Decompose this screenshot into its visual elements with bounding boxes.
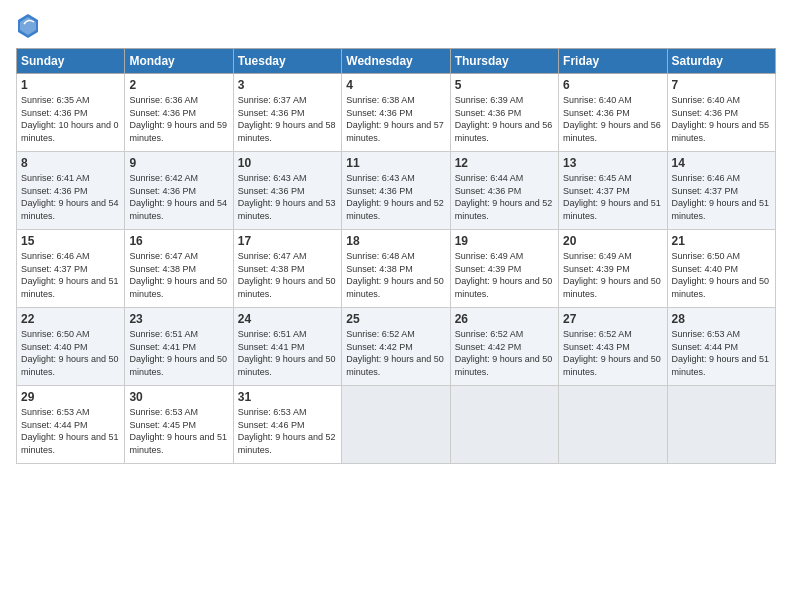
calendar-cell: 6 Sunrise: 6:40 AMSunset: 4:36 PMDayligh… (559, 74, 667, 152)
calendar-cell (559, 386, 667, 464)
day-number: 22 (21, 312, 120, 326)
calendar-cell: 29 Sunrise: 6:53 AMSunset: 4:44 PMDaylig… (17, 386, 125, 464)
day-number: 26 (455, 312, 554, 326)
calendar-header-tuesday: Tuesday (233, 49, 341, 74)
calendar-cell: 10 Sunrise: 6:43 AMSunset: 4:36 PMDaylig… (233, 152, 341, 230)
day-number: 15 (21, 234, 120, 248)
day-detail: Sunrise: 6:40 AMSunset: 4:36 PMDaylight:… (672, 95, 770, 143)
day-detail: Sunrise: 6:41 AMSunset: 4:36 PMDaylight:… (21, 173, 119, 221)
day-detail: Sunrise: 6:44 AMSunset: 4:36 PMDaylight:… (455, 173, 553, 221)
day-detail: Sunrise: 6:50 AMSunset: 4:40 PMDaylight:… (21, 329, 119, 377)
calendar-cell: 1 Sunrise: 6:35 AMSunset: 4:36 PMDayligh… (17, 74, 125, 152)
calendar-header-wednesday: Wednesday (342, 49, 450, 74)
day-detail: Sunrise: 6:51 AMSunset: 4:41 PMDaylight:… (238, 329, 336, 377)
day-number: 8 (21, 156, 120, 170)
page-container: SundayMondayTuesdayWednesdayThursdayFrid… (0, 0, 792, 612)
calendar-week-row: 22 Sunrise: 6:50 AMSunset: 4:40 PMDaylig… (17, 308, 776, 386)
calendar-week-row: 29 Sunrise: 6:53 AMSunset: 4:44 PMDaylig… (17, 386, 776, 464)
day-number: 17 (238, 234, 337, 248)
day-number: 6 (563, 78, 662, 92)
calendar-cell: 15 Sunrise: 6:46 AMSunset: 4:37 PMDaylig… (17, 230, 125, 308)
day-detail: Sunrise: 6:53 AMSunset: 4:46 PMDaylight:… (238, 407, 336, 455)
day-detail: Sunrise: 6:40 AMSunset: 4:36 PMDaylight:… (563, 95, 661, 143)
day-detail: Sunrise: 6:52 AMSunset: 4:42 PMDaylight:… (455, 329, 553, 377)
day-number: 19 (455, 234, 554, 248)
calendar-cell: 16 Sunrise: 6:47 AMSunset: 4:38 PMDaylig… (125, 230, 233, 308)
day-detail: Sunrise: 6:46 AMSunset: 4:37 PMDaylight:… (672, 173, 770, 221)
calendar-cell: 8 Sunrise: 6:41 AMSunset: 4:36 PMDayligh… (17, 152, 125, 230)
day-detail: Sunrise: 6:46 AMSunset: 4:37 PMDaylight:… (21, 251, 119, 299)
calendar-header-row: SundayMondayTuesdayWednesdayThursdayFrid… (17, 49, 776, 74)
day-detail: Sunrise: 6:48 AMSunset: 4:38 PMDaylight:… (346, 251, 444, 299)
calendar-cell (450, 386, 558, 464)
day-number: 4 (346, 78, 445, 92)
calendar-cell: 9 Sunrise: 6:42 AMSunset: 4:36 PMDayligh… (125, 152, 233, 230)
day-detail: Sunrise: 6:43 AMSunset: 4:36 PMDaylight:… (238, 173, 336, 221)
calendar-cell: 11 Sunrise: 6:43 AMSunset: 4:36 PMDaylig… (342, 152, 450, 230)
day-detail: Sunrise: 6:37 AMSunset: 4:36 PMDaylight:… (238, 95, 336, 143)
calendar-cell: 14 Sunrise: 6:46 AMSunset: 4:37 PMDaylig… (667, 152, 775, 230)
calendar-cell: 17 Sunrise: 6:47 AMSunset: 4:38 PMDaylig… (233, 230, 341, 308)
day-number: 16 (129, 234, 228, 248)
day-number: 1 (21, 78, 120, 92)
calendar-cell: 13 Sunrise: 6:45 AMSunset: 4:37 PMDaylig… (559, 152, 667, 230)
calendar-cell: 21 Sunrise: 6:50 AMSunset: 4:40 PMDaylig… (667, 230, 775, 308)
calendar-cell: 19 Sunrise: 6:49 AMSunset: 4:39 PMDaylig… (450, 230, 558, 308)
day-detail: Sunrise: 6:49 AMSunset: 4:39 PMDaylight:… (455, 251, 553, 299)
day-number: 5 (455, 78, 554, 92)
day-detail: Sunrise: 6:36 AMSunset: 4:36 PMDaylight:… (129, 95, 227, 143)
day-number: 14 (672, 156, 771, 170)
day-detail: Sunrise: 6:53 AMSunset: 4:45 PMDaylight:… (129, 407, 227, 455)
day-number: 9 (129, 156, 228, 170)
calendar-cell: 20 Sunrise: 6:49 AMSunset: 4:39 PMDaylig… (559, 230, 667, 308)
day-number: 30 (129, 390, 228, 404)
calendar-header-saturday: Saturday (667, 49, 775, 74)
day-number: 7 (672, 78, 771, 92)
calendar-cell: 25 Sunrise: 6:52 AMSunset: 4:42 PMDaylig… (342, 308, 450, 386)
calendar-week-row: 1 Sunrise: 6:35 AMSunset: 4:36 PMDayligh… (17, 74, 776, 152)
day-detail: Sunrise: 6:47 AMSunset: 4:38 PMDaylight:… (129, 251, 227, 299)
day-detail: Sunrise: 6:53 AMSunset: 4:44 PMDaylight:… (672, 329, 770, 377)
day-detail: Sunrise: 6:38 AMSunset: 4:36 PMDaylight:… (346, 95, 444, 143)
day-detail: Sunrise: 6:50 AMSunset: 4:40 PMDaylight:… (672, 251, 770, 299)
day-detail: Sunrise: 6:52 AMSunset: 4:43 PMDaylight:… (563, 329, 661, 377)
day-number: 2 (129, 78, 228, 92)
calendar-cell: 18 Sunrise: 6:48 AMSunset: 4:38 PMDaylig… (342, 230, 450, 308)
calendar-week-row: 8 Sunrise: 6:41 AMSunset: 4:36 PMDayligh… (17, 152, 776, 230)
day-detail: Sunrise: 6:47 AMSunset: 4:38 PMDaylight:… (238, 251, 336, 299)
day-number: 11 (346, 156, 445, 170)
calendar-cell: 12 Sunrise: 6:44 AMSunset: 4:36 PMDaylig… (450, 152, 558, 230)
day-detail: Sunrise: 6:49 AMSunset: 4:39 PMDaylight:… (563, 251, 661, 299)
calendar-cell (342, 386, 450, 464)
day-number: 29 (21, 390, 120, 404)
day-detail: Sunrise: 6:39 AMSunset: 4:36 PMDaylight:… (455, 95, 553, 143)
day-number: 3 (238, 78, 337, 92)
day-number: 23 (129, 312, 228, 326)
calendar-header-sunday: Sunday (17, 49, 125, 74)
calendar-header-thursday: Thursday (450, 49, 558, 74)
day-number: 28 (672, 312, 771, 326)
logo-icon (16, 12, 40, 40)
day-number: 21 (672, 234, 771, 248)
day-number: 20 (563, 234, 662, 248)
calendar-cell: 23 Sunrise: 6:51 AMSunset: 4:41 PMDaylig… (125, 308, 233, 386)
calendar-cell: 26 Sunrise: 6:52 AMSunset: 4:42 PMDaylig… (450, 308, 558, 386)
calendar-table: SundayMondayTuesdayWednesdayThursdayFrid… (16, 48, 776, 464)
calendar-cell: 30 Sunrise: 6:53 AMSunset: 4:45 PMDaylig… (125, 386, 233, 464)
day-detail: Sunrise: 6:51 AMSunset: 4:41 PMDaylight:… (129, 329, 227, 377)
calendar-header-friday: Friday (559, 49, 667, 74)
calendar-cell: 7 Sunrise: 6:40 AMSunset: 4:36 PMDayligh… (667, 74, 775, 152)
calendar-cell: 5 Sunrise: 6:39 AMSunset: 4:36 PMDayligh… (450, 74, 558, 152)
day-detail: Sunrise: 6:43 AMSunset: 4:36 PMDaylight:… (346, 173, 444, 221)
day-detail: Sunrise: 6:42 AMSunset: 4:36 PMDaylight:… (129, 173, 227, 221)
day-detail: Sunrise: 6:35 AMSunset: 4:36 PMDaylight:… (21, 95, 119, 143)
calendar-cell: 2 Sunrise: 6:36 AMSunset: 4:36 PMDayligh… (125, 74, 233, 152)
day-detail: Sunrise: 6:45 AMSunset: 4:37 PMDaylight:… (563, 173, 661, 221)
calendar-cell: 31 Sunrise: 6:53 AMSunset: 4:46 PMDaylig… (233, 386, 341, 464)
day-number: 27 (563, 312, 662, 326)
calendar-cell (667, 386, 775, 464)
calendar-cell: 3 Sunrise: 6:37 AMSunset: 4:36 PMDayligh… (233, 74, 341, 152)
calendar-cell: 24 Sunrise: 6:51 AMSunset: 4:41 PMDaylig… (233, 308, 341, 386)
calendar-cell: 27 Sunrise: 6:52 AMSunset: 4:43 PMDaylig… (559, 308, 667, 386)
day-number: 24 (238, 312, 337, 326)
